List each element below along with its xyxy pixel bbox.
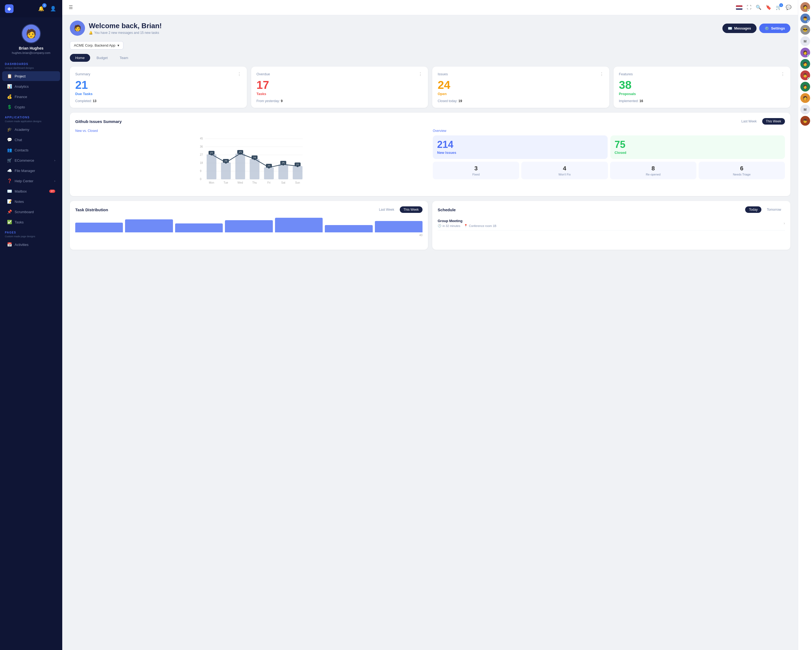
- notification-bell[interactable]: 🔔 3: [37, 5, 46, 13]
- right-avatar-8[interactable]: 🧑: [800, 93, 810, 103]
- sidebar-item-label: Contacts: [15, 148, 28, 152]
- svg-text:36: 36: [200, 145, 203, 148]
- sidebar-item-activities[interactable]: 📅 Activities: [2, 240, 60, 249]
- right-avatar-1[interactable]: 👦: [800, 14, 810, 23]
- closed-number: 75: [615, 140, 781, 150]
- chat-icon: 💬: [7, 137, 12, 142]
- right-avatar-0[interactable]: 🧑: [800, 2, 810, 12]
- sidebar-item-crypto[interactable]: 💲 Crypto: [2, 102, 60, 112]
- schedule-card: Schedule Today Tomorrow Group Meeting 🕐 …: [432, 201, 791, 250]
- stat-issues-menu[interactable]: ⋮: [600, 72, 604, 76]
- new-issues-number: 214: [437, 140, 603, 150]
- last-week-btn[interactable]: Last Week: [737, 118, 760, 125]
- right-avatar-10[interactable]: 👦: [800, 116, 810, 126]
- fixed-lbl: Fixed: [435, 173, 517, 176]
- dashboards-label: DASHBOARDS: [0, 59, 62, 67]
- sidebar-item-analytics[interactable]: 📊 Analytics: [2, 81, 60, 91]
- line-bar-chart: 45 36 27 18 9 0: [75, 135, 427, 190]
- sidebar-item-mailbox[interactable]: ✉️ Mailbox 27: [2, 186, 60, 196]
- sidebar-item-label: Project: [15, 74, 26, 78]
- stat-features-menu[interactable]: ⋮: [781, 72, 785, 76]
- right-avatar-6[interactable]: 👨: [800, 70, 810, 80]
- right-avatar-4[interactable]: 👩: [800, 47, 810, 57]
- sidebar-item-label: Academy: [15, 128, 29, 132]
- task-chart-label: 40: [75, 234, 423, 237]
- sidebar-item-scrumboard[interactable]: 📌 Scrumboard: [2, 207, 60, 217]
- sidebar-item-academy[interactable]: 🎓 Academy: [2, 125, 60, 134]
- svg-text:18: 18: [200, 161, 203, 164]
- schedule-item-info: Group Meeting 🕐 in 32 minutes 📍 Conferen…: [438, 219, 496, 228]
- stat-overdue-number: 17: [256, 80, 423, 91]
- sidebar-item-filemanager[interactable]: ☁️ File Manager: [2, 166, 60, 176]
- sidebar-header-icons: 🔔 3 👤: [37, 5, 57, 13]
- project-selector-label: ACME Corp. Backend App: [74, 43, 115, 47]
- svg-point-33: [211, 153, 213, 156]
- bar-sun: [375, 221, 423, 232]
- sidebar-item-finance[interactable]: 💰 Finance: [2, 92, 60, 102]
- tasks-icon: ✅: [7, 220, 12, 225]
- messages-button[interactable]: ✉️ Messages: [722, 24, 757, 33]
- meeting-chevron-icon[interactable]: ›: [784, 221, 785, 225]
- filemanager-icon: ☁️: [7, 168, 12, 173]
- right-avatar-7[interactable]: 👩: [800, 82, 810, 92]
- cart-icon[interactable]: 🛒 5: [776, 5, 781, 10]
- right-avatar-9[interactable]: M: [800, 104, 810, 114]
- svg-rect-15: [250, 159, 259, 179]
- svg-point-35: [239, 153, 241, 154]
- mini-stats-grid: 3 Fixed 4 Won't Fix 8 Re-opened 6: [433, 162, 785, 179]
- tomorrow-btn[interactable]: Tomorrow: [763, 206, 785, 213]
- settings-button[interactable]: ⚙️ Settings: [759, 24, 791, 33]
- bar-fri: [275, 218, 323, 232]
- ecommerce-chevron: ›: [54, 159, 55, 162]
- task-last-week-btn[interactable]: Last Week: [375, 206, 398, 213]
- crypto-icon: 💲: [7, 104, 12, 109]
- tab-budget[interactable]: Budget: [91, 54, 113, 62]
- app-logo[interactable]: ◆: [5, 5, 14, 13]
- sidebar-item-chat[interactable]: 💬 Chat: [2, 135, 60, 145]
- bell-icon: 🔔: [89, 31, 93, 35]
- reopened-lbl: Re-opened: [612, 173, 694, 176]
- scrumboard-icon: 📌: [7, 210, 12, 214]
- ecommerce-icon: 🛒: [7, 158, 12, 163]
- mini-stat-reopened: 8 Re-opened: [610, 162, 696, 179]
- sidebar-item-ecommerce[interactable]: 🛒 ECommerce ›: [2, 156, 60, 165]
- welcome-section: 🧑 Welcome back, Brian! 🔔 You have 2 new …: [70, 21, 791, 36]
- project-selector[interactable]: ACME Corp. Backend App ▾: [70, 41, 124, 50]
- svg-point-37: [268, 166, 270, 168]
- stat-summary-menu[interactable]: ⋮: [237, 72, 241, 76]
- sidebar-item-tasks[interactable]: ✅ Tasks: [2, 217, 60, 227]
- reopened-num: 8: [612, 165, 694, 172]
- tab-team[interactable]: Team: [114, 54, 134, 62]
- svg-point-39: [297, 165, 299, 167]
- task-this-week-btn[interactable]: This Week: [400, 206, 423, 213]
- sidebar-item-project[interactable]: 📋 Project: [2, 71, 60, 81]
- chat-topbar-icon[interactable]: 💬: [786, 5, 791, 10]
- stat-issues-number: 24: [438, 80, 604, 91]
- sidebar-item-contacts[interactable]: 👥 Contacts: [2, 145, 60, 155]
- sidebar-item-notes[interactable]: 📝 Notes: [2, 197, 60, 206]
- stat-overdue-title: Overdue: [256, 72, 270, 76]
- main-area: ☰ ⛶ 🔍 🔖 🛒 5 💬 🧑 Welcome back, Brian! 🔔: [62, 0, 798, 650]
- today-btn[interactable]: Today: [745, 206, 762, 213]
- right-avatar-2[interactable]: 😎: [800, 25, 810, 35]
- language-flag[interactable]: [736, 5, 742, 10]
- stat-overdue-menu[interactable]: ⋮: [418, 72, 423, 76]
- menu-toggle-icon[interactable]: ☰: [69, 5, 73, 10]
- new-issues-label: New Issues: [437, 151, 603, 154]
- this-week-btn[interactable]: This Week: [762, 118, 785, 125]
- sidebar-item-helpcenter[interactable]: ❓ Help Center ›: [2, 176, 60, 186]
- bar-sat: [325, 225, 372, 232]
- search-icon[interactable]: 🔍: [756, 5, 762, 10]
- github-toggle-btns: Last Week This Week: [737, 118, 785, 125]
- right-avatar-5[interactable]: 🧑: [800, 59, 810, 69]
- right-avatar-3[interactable]: M: [800, 36, 810, 46]
- stat-card-overdue: Overdue ⋮ 17 Tasks From yesterday: 9: [251, 67, 428, 108]
- svg-text:27: 27: [200, 153, 203, 156]
- tab-home[interactable]: Home: [70, 54, 90, 62]
- task-dist-header: Task Distribution Last Week This Week: [75, 206, 423, 213]
- svg-text:Fri: Fri: [267, 181, 271, 184]
- bookmark-icon[interactable]: 🔖: [766, 5, 771, 10]
- expand-icon[interactable]: ⛶: [747, 5, 751, 10]
- user-menu-icon[interactable]: 👤: [49, 5, 57, 13]
- svg-rect-18: [293, 166, 302, 179]
